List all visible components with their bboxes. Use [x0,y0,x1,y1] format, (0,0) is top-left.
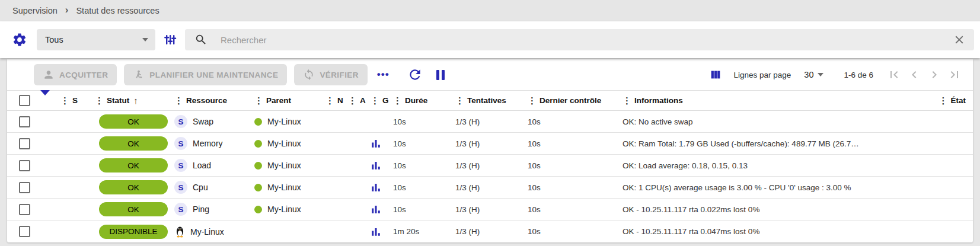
table-row[interactable]: OK SCpu My-Linux 10s 1/3 (H) 10s OK: 1 C… [7,177,973,199]
acknowledge-label: ACQUITTER [59,71,108,79]
drag-handle-icon[interactable]: ⋮ [371,96,379,105]
tries-cell: 1/3 (H) [455,139,528,148]
column-header-notes[interactable]: ⋮N [325,96,348,105]
status-badge[interactable]: OK [99,114,168,129]
column-header-graph[interactable]: ⋮G [371,96,393,105]
rows-per-page-value: 30 [804,70,813,79]
resource-name[interactable]: Memory [193,139,223,148]
drag-handle-icon[interactable]: ⋮ [393,96,402,105]
drag-handle-icon[interactable]: ⋮ [938,96,947,105]
column-header-parent[interactable]: ⋮Parent [254,96,325,105]
parent-status-dot-icon [254,140,262,148]
more-actions-button[interactable]: ••• [377,69,390,81]
last-page-icon [947,68,962,82]
graph-icon[interactable] [371,204,381,215]
drag-handle-icon[interactable]: ⋮ [254,96,263,105]
resource-name[interactable]: Swap [193,117,213,126]
refresh-button[interactable] [406,66,424,84]
drag-handle-icon[interactable]: ⋮ [528,96,537,105]
column-header-tries[interactable]: ⋮Tentatives [455,96,528,105]
duration-cell: 10s [393,205,455,214]
resource-name[interactable]: Ping [193,205,209,214]
chevron-right-icon [927,68,941,82]
graph-icon[interactable] [371,138,381,149]
status-badge[interactable]: OK [99,180,168,194]
row-checkbox[interactable] [19,182,30,193]
information-cell: OK: Ram Total: 1.79 GB Used (-buffers/ca… [623,139,931,148]
table-row[interactable]: OK SPing My-Linux 10s 1/3 (H) 10s OK - 1… [7,199,973,221]
column-header-state[interactable]: ⋮État [931,96,966,105]
advanced-filters-button[interactable] [160,30,180,50]
row-checkbox[interactable] [19,226,30,237]
clear-search-button[interactable] [952,32,967,47]
column-header-information[interactable]: ⋮Informations [623,96,931,105]
graph-icon[interactable] [371,182,381,193]
column-header-action[interactable]: ⋮A [348,96,371,105]
information-cell: OK - 10.25.11.117 rta 0.022ms lost 0% [623,205,931,214]
parent-name[interactable]: My-Linux [267,183,301,192]
sync-icon [303,69,315,81]
tries-cell: 1/3 (H) [455,205,528,214]
set-downtime-button[interactable]: PLANIFIER UNE MAINTENANCE [124,64,287,85]
check-label: VÉRIFIER [320,71,358,79]
next-page-button[interactable] [924,66,944,84]
drag-handle-icon[interactable]: ⋮ [455,96,464,105]
last-page-button[interactable] [944,66,965,84]
drag-handle-icon[interactable]: ⋮ [623,96,631,105]
status-badge[interactable]: OK [99,158,168,172]
drag-handle-icon[interactable]: ⋮ [174,96,183,105]
search-input[interactable] [221,35,952,45]
resource-name[interactable]: My-Linux [190,227,224,237]
drag-handle-icon[interactable]: ⋮ [348,96,357,105]
row-checkbox[interactable] [19,160,30,171]
parent-name[interactable]: My-Linux [267,117,301,126]
parent-name[interactable]: My-Linux [267,205,301,214]
parent-name[interactable]: My-Linux [267,139,301,148]
parent-status-dot-icon [254,206,262,213]
column-header-status[interactable]: ⋮Statut↑ [95,95,174,106]
resource-name[interactable]: Load [193,161,211,170]
resource-name[interactable]: Cpu [193,183,208,192]
column-header-resource[interactable]: ⋮Ressource [174,96,254,105]
graph-icon[interactable] [371,160,381,171]
table-row[interactable]: DISPONIBLE My-Linux [7,221,973,242]
close-icon [953,33,966,46]
rows-per-page-select[interactable]: 30 [804,70,823,79]
graph-icon[interactable] [371,226,381,237]
column-header-severity[interactable]: ⋮S [60,96,95,105]
column-header-duration[interactable]: ⋮Durée [393,96,455,105]
breadcrumb-item-supervision[interactable]: Supervision [12,6,58,15]
drag-handle-icon[interactable]: ⋮ [95,96,104,105]
gear-icon [12,32,27,47]
service-icon: S [174,115,187,128]
table-row[interactable]: OK SSwap My-Linux 10s 1/3 (H) 10s OK: No… [7,111,973,133]
status-badge[interactable]: OK [99,202,168,216]
table-row[interactable]: OK SMemory My-Linux 10s 1/3 (H) 10s OK: … [7,133,973,155]
last-check-cell: 10s [528,139,623,148]
column-header-last-check[interactable]: ⋮Dernier contrôle [528,96,623,105]
settings-gear-button[interactable] [11,31,28,49]
breadcrumb-separator-icon: › [65,4,69,16]
status-badge[interactable]: DISPONIBLE [99,225,168,239]
row-checkbox[interactable] [19,204,30,215]
parent-name[interactable]: My-Linux [267,161,301,170]
service-icon: S [174,203,187,216]
select-all-checkbox[interactable] [19,95,30,106]
row-checkbox[interactable] [19,116,30,127]
drag-handle-icon[interactable]: ⋮ [60,96,69,105]
select-menu-caret-icon[interactable] [40,90,50,106]
table-row[interactable]: OK SLoad My-Linux 10s 1/3 (H) 10s OK: Lo… [7,155,973,177]
drag-handle-icon[interactable]: ⋮ [325,96,334,105]
row-checkbox[interactable] [19,138,30,149]
parent-status-dot-icon [254,184,262,191]
filter-preset-select[interactable]: Tous [37,29,155,50]
check-button[interactable]: VÉRIFIER [294,64,367,85]
table-header: ⋮S ⋮Statut↑ ⋮Ressource ⋮Parent ⋮N ⋮A ⋮G … [7,90,973,111]
status-badge[interactable]: OK [99,136,168,151]
edit-columns-button[interactable] [707,66,724,83]
chevron-down-icon [818,73,823,76]
previous-page-button[interactable] [904,66,924,84]
pause-autorefresh-button[interactable] [432,66,449,83]
acknowledge-button[interactable]: ACQUITTER [34,64,117,85]
first-page-button[interactable] [884,66,904,84]
